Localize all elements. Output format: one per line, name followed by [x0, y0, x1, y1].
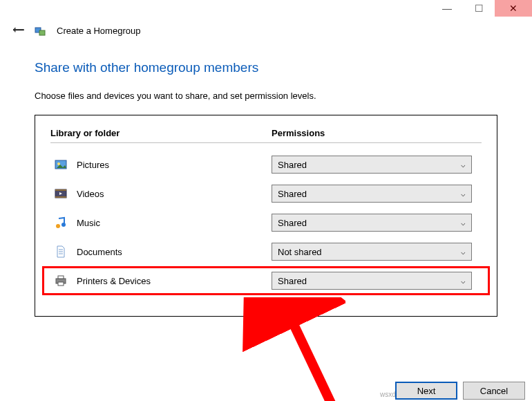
chevron-down-icon: ⌵: [461, 189, 466, 198]
header-permissions: Permissions: [272, 128, 325, 138]
svg-point-9: [56, 224, 60, 228]
permission-dropdown-music[interactable]: Shared ⌵: [272, 214, 472, 232]
chevron-down-icon: ⌵: [461, 248, 466, 257]
maximize-button[interactable]: ☐: [463, 0, 495, 17]
library-label: Pictures: [77, 160, 109, 170]
dropdown-value: Shared: [278, 218, 307, 228]
printers-icon: [55, 274, 67, 287]
back-arrow-icon[interactable]: 🠔: [12, 24, 25, 38]
svg-point-10: [61, 223, 66, 227]
music-icon: [55, 216, 67, 229]
share-panel: Library or folder Permissions Pictures S…: [35, 115, 497, 317]
next-button[interactable]: Next: [395, 382, 457, 400]
library-label: Videos: [77, 189, 104, 199]
dropdown-value: Shared: [278, 160, 307, 170]
permission-dropdown-pictures[interactable]: Shared ⌵: [272, 156, 472, 174]
chevron-down-icon: ⌵: [461, 277, 466, 286]
footer-buttons: Next Cancel: [395, 382, 525, 400]
documents-icon: [55, 245, 67, 258]
svg-rect-6: [55, 189, 66, 191]
cancel-button[interactable]: Cancel: [463, 382, 525, 400]
table-row: Pictures Shared ⌵: [50, 150, 482, 179]
minimize-button[interactable]: —: [431, 0, 463, 17]
permission-dropdown-printers[interactable]: Shared ⌵: [272, 272, 472, 290]
library-label: Music: [77, 218, 100, 228]
dropdown-value: Not shared: [278, 247, 322, 257]
svg-point-3: [57, 162, 60, 165]
svg-line-18: [287, 310, 332, 401]
chevron-down-icon: ⌵: [461, 160, 466, 169]
header-library: Library or folder: [50, 128, 272, 138]
table-header: Library or folder Permissions: [50, 125, 482, 143]
wizard-header: 🠔 Create a Homegroup: [0, 19, 532, 50]
content-area: Share with other homegroup members Choos…: [0, 60, 532, 317]
dropdown-value: Shared: [278, 276, 307, 286]
homegroup-icon: [35, 25, 47, 37]
svg-rect-16: [58, 282, 64, 286]
svg-rect-7: [55, 196, 66, 198]
dropdown-value: Shared: [278, 189, 307, 199]
videos-icon: [55, 187, 67, 200]
svg-rect-1: [39, 30, 45, 35]
instruction-text: Choose files and devices you want to sha…: [35, 91, 497, 101]
permission-dropdown-documents[interactable]: Not shared ⌵: [272, 243, 472, 261]
table-row: Documents Not shared ⌵: [50, 237, 482, 266]
table-row: Music Shared ⌵: [50, 208, 482, 237]
window-title: Create a Homegroup: [57, 26, 140, 36]
permission-dropdown-videos[interactable]: Shared ⌵: [272, 185, 472, 203]
page-title: Share with other homegroup members: [35, 60, 497, 75]
close-button[interactable]: ✕: [495, 0, 532, 17]
table-row: Videos Shared ⌵: [50, 179, 482, 208]
svg-rect-15: [58, 276, 64, 279]
pictures-icon: [55, 158, 67, 171]
chevron-down-icon: ⌵: [461, 218, 466, 227]
library-label: Documents: [77, 247, 122, 257]
library-label: Printers & Devices: [77, 276, 151, 286]
table-row-highlighted: Printers & Devices Shared ⌵: [50, 266, 482, 295]
title-bar: — ☐ ✕: [0, 0, 532, 19]
